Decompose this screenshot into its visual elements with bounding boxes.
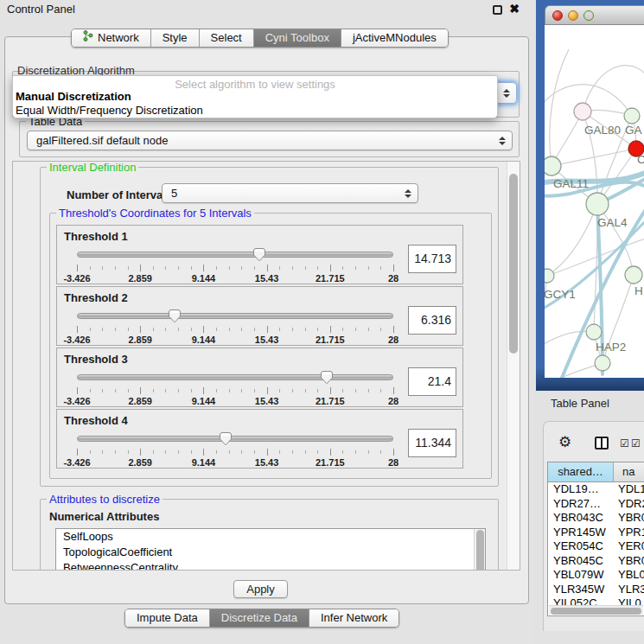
slider-track[interactable] [77, 313, 393, 319]
network-edge[interactable] [552, 149, 636, 166]
tab-select[interactable]: Select [200, 29, 254, 47]
dropdown-option-equal-width[interactable]: Equal Width/Frequency Discretization [13, 104, 497, 118]
tick-label: 2.859 [128, 457, 152, 468]
network-node[interactable] [625, 266, 642, 284]
attribute-item[interactable]: BetweennessCentrality [56, 560, 485, 571]
horizontal-scrollbar[interactable] [549, 605, 643, 615]
slider-track[interactable] [77, 436, 393, 442]
close-traffic-light-icon[interactable] [552, 10, 563, 21]
slider-track[interactable] [77, 252, 393, 258]
network-node[interactable] [586, 193, 609, 215]
tab-style[interactable]: Style [151, 29, 200, 47]
interval-definition-group: Interval Definition Number of Intervals … [40, 167, 499, 487]
list-vertical-scrollbar[interactable] [474, 529, 485, 571]
slider-thumb[interactable] [219, 431, 233, 446]
threshold-value-field[interactable]: 11.344 [408, 429, 456, 457]
table-row[interactable]: YLR345WYLR3 [548, 583, 644, 597]
column-header-name[interactable]: na [614, 462, 644, 481]
tab-jactivemnodules[interactable]: jActiveMNodules [341, 29, 448, 47]
tick-label: 9.144 [192, 335, 216, 345]
network-edge[interactable] [547, 204, 597, 276]
tab-cyni-toolbox[interactable]: Cyni Toolbox [254, 29, 341, 47]
dropdown-option-manual[interactable]: Manual Discretization [13, 90, 497, 104]
tick-mark [115, 266, 116, 270]
network-node-label: HAP2 [596, 341, 626, 354]
network-node-label: GCY1 [545, 288, 576, 301]
slider-thumb[interactable] [252, 247, 266, 262]
network-node[interactable] [586, 324, 602, 340]
table-row[interactable]: YER054CYER0 [548, 539, 644, 554]
tick-label: -3.426 [63, 396, 90, 406]
slider-thumb[interactable] [168, 309, 182, 323]
tick-mark [241, 266, 242, 270]
attribute-item[interactable]: SelfLoops [56, 529, 485, 545]
table-row[interactable]: YBR045CYBR0 [548, 554, 644, 569]
table-row[interactable]: YDL19…YDL1 [548, 482, 644, 497]
split-columns-icon[interactable] [595, 437, 609, 450]
threshold-value-field[interactable]: 21.4 [408, 367, 456, 396]
cell-name: YER0 [614, 539, 644, 554]
tick-mark [153, 266, 154, 270]
zoom-traffic-light-icon[interactable] [583, 10, 594, 21]
table-row[interactable]: YPR145WYPR1 [548, 526, 644, 540]
network-edge[interactable] [545, 363, 603, 378]
tab-impute-data[interactable]: Impute Data [125, 609, 210, 627]
numerical-attributes-list[interactable]: SelfLoopsTopologicalCoefficientBetweenne… [55, 528, 486, 571]
network-edge[interactable] [545, 276, 547, 326]
close-icon[interactable]: ✖ [509, 2, 520, 16]
tab-label: Infer Network [321, 609, 387, 627]
float-window-icon[interactable] [493, 5, 502, 15]
number-of-intervals-combobox[interactable]: 5 [162, 183, 418, 203]
scrollbar-thumb[interactable] [476, 530, 484, 571]
cell-shared-name: YPR145W [548, 526, 614, 540]
network-view-canvas[interactable]: GAL80GACGAL11GAL4GCY1HHAP2 [545, 25, 644, 378]
column-header-shared-name[interactable]: shared… [548, 462, 614, 481]
tick-mark [216, 450, 217, 454]
scrollbar-thumb[interactable] [509, 174, 518, 354]
tick-mark [355, 389, 356, 392]
table-row[interactable]: YBL079WYBL0 [548, 568, 644, 583]
tick-mark [305, 328, 306, 331]
tick-mark [305, 266, 306, 270]
gear-icon[interactable]: ⚙ [558, 435, 571, 450]
tick-mark [393, 326, 394, 333]
table-row[interactable]: YDR27…YDR2 [548, 497, 644, 512]
slider-thumb[interactable] [320, 370, 334, 385]
attribute-item[interactable]: TopologicalCoefficient [56, 545, 485, 560]
threshold-value-field[interactable]: 14.713 [408, 245, 456, 273]
tab-network[interactable]: Network [72, 29, 151, 47]
network-node-label: GAL11 [553, 177, 589, 190]
number-of-intervals-label: Number of Intervals [67, 188, 172, 201]
table-data-combobox[interactable]: galFiltered.sif default node [27, 131, 513, 150]
tick-mark [102, 450, 103, 454]
threshold-slider: -3.4262.8599.14415.4321.71528 [77, 369, 393, 405]
cell-shared-name: YDL19… [548, 482, 614, 497]
network-edge[interactable] [550, 49, 569, 166]
slider-track[interactable] [77, 374, 393, 380]
network-node[interactable] [574, 103, 591, 120]
threshold-slider: -3.4262.8599.14415.4321.71528 [77, 246, 393, 283]
tick-mark [393, 449, 394, 456]
checkbox-icon[interactable]: ☑ [631, 438, 641, 449]
tab-discretize-data[interactable]: Discretize Data [210, 609, 309, 627]
vertical-scrollbar[interactable] [507, 162, 520, 570]
network-node[interactable] [595, 355, 610, 371]
network-icon [83, 29, 93, 47]
minimize-traffic-light-icon[interactable] [568, 10, 578, 21]
tick-mark [191, 450, 192, 454]
threshold-panel: Threshold 4-3.4262.8599.14415.4321.71528… [56, 409, 463, 469]
tab-infer-network[interactable]: Infer Network [309, 609, 399, 627]
network-node[interactable] [545, 269, 554, 283]
network-node[interactable] [545, 156, 561, 175]
combo-arrows-icon [405, 189, 411, 198]
apply-button[interactable]: Apply [233, 580, 288, 598]
tick-mark [241, 328, 242, 331]
checkbox-icon[interactable]: ☑ [620, 438, 629, 449]
scrollbar-thumb[interactable] [551, 608, 641, 615]
threshold-value-field[interactable]: 6.316 [408, 306, 456, 335]
table-row[interactable]: YBR043CYBR0 [548, 511, 644, 526]
network-edge[interactable] [583, 66, 644, 112]
tick-mark [267, 449, 268, 456]
network-node-label: C [637, 153, 644, 166]
network-node[interactable] [624, 108, 640, 124]
